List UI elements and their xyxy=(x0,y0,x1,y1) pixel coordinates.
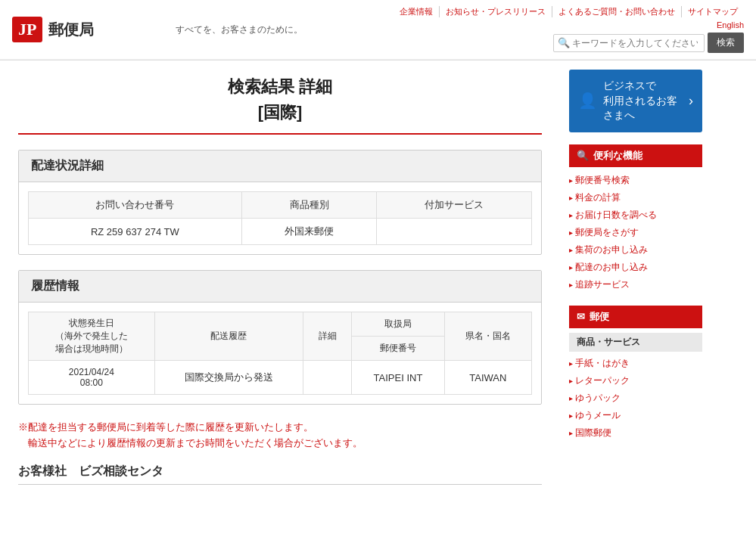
list-item: レターパック xyxy=(569,372,702,390)
main-layout: 検索結果 詳細 [国際] 配達状況詳細 お問い合わせ番号 商品種別 付加サービス xyxy=(0,61,756,503)
history-col-history: 配送履歴 xyxy=(154,312,303,361)
list-item: 追跡サービス xyxy=(569,276,702,293)
list-item: 手紙・はがき xyxy=(569,355,702,372)
sidebar-mail-subheader: 商品・サービス xyxy=(569,333,702,352)
search-input[interactable] xyxy=(553,34,705,52)
delivery-section: 配達状況詳細 お問い合わせ番号 商品種別 付加サービス RZ 259 637 2… xyxy=(18,150,542,255)
logo-jp-icon: JP xyxy=(12,17,42,42)
english-link[interactable]: English xyxy=(717,20,744,29)
sidebar-blue-banner[interactable]: 👤 ビジネスで 利用されるお客さまへ › xyxy=(569,70,702,132)
blue-banner-text: ビジネスで 利用されるお客さまへ xyxy=(603,79,683,123)
sidebar-feature-links: 郵便番号検索 料金の計算 お届け日数を調べる 郵便局をさがす 集荷のお申し込み … xyxy=(569,172,702,293)
delivery-col-product: 商品種別 xyxy=(241,192,377,219)
sidebar-mail-links: 手紙・はがき レターパック ゆうパック ゆうメール 国際郵便 xyxy=(569,355,702,442)
sidebar-link[interactable]: 集荷のお申し込み xyxy=(575,244,648,255)
sidebar-link[interactable]: 配達のお申し込み xyxy=(575,262,648,272)
list-item: ゆうメール xyxy=(569,407,702,424)
logo-area: JP 郵便局 xyxy=(12,17,163,42)
delivery-section-header: 配達状況詳細 xyxy=(19,151,541,182)
sidebar-feature-header: 🔍 便利な機能 xyxy=(569,144,702,167)
additional-service xyxy=(377,219,532,245)
sidebar-feature-section: 🔍 便利な機能 郵便番号検索 料金の計算 お届け日数を調べる 郵便局をさがす 集… xyxy=(569,144,702,293)
search-icon: 🔍 xyxy=(558,37,570,48)
product-type: 外国来郵便 xyxy=(241,219,377,245)
logo-text: 郵便局 xyxy=(48,20,94,40)
history-date: 2021/04/24 08:00 xyxy=(29,361,155,395)
nav-links: 企業情報 お知らせ・プレスリリース よくあるご質問・お問い合わせ サイトマップ xyxy=(394,6,744,17)
nav-sitemap[interactable]: サイトマップ xyxy=(682,6,744,17)
sidebar-link[interactable]: 郵便局をさがす xyxy=(575,227,639,237)
history-prefecture: TAIWAN xyxy=(444,361,531,395)
page-subtitle: [国際] xyxy=(18,101,542,124)
nav-news[interactable]: お知らせ・プレスリリース xyxy=(440,6,552,17)
nav-faq[interactable]: よくあるご質問・お問い合わせ xyxy=(552,6,682,17)
sidebar-link[interactable]: お届け日数を調べる xyxy=(575,210,657,220)
sidebar-link[interactable]: 手紙・はがき xyxy=(575,358,630,368)
history-col-date: 状態発生日 （海外で発生した 場合は現地時間） xyxy=(29,312,155,361)
sidebar-link[interactable]: 国際郵便 xyxy=(575,427,611,438)
list-item: 郵便番号検索 xyxy=(569,172,702,189)
table-row: 2021/04/24 08:00 国際交換局から発送 TAIPEI INT TA… xyxy=(29,361,532,395)
delivery-col-service: 付加サービス xyxy=(377,192,532,219)
delivery-table: お問い合わせ番号 商品種別 付加サービス RZ 259 637 274 TW 外… xyxy=(28,191,532,245)
search-area: 🔍 検索 xyxy=(553,33,744,53)
history-col-postal: 郵便番号 xyxy=(352,337,444,361)
delivery-col-tracking: お問い合わせ番号 xyxy=(29,192,242,219)
title-divider xyxy=(18,133,542,135)
tracking-number: RZ 259 637 274 TW xyxy=(29,219,242,245)
history-office: TAIPEI INT xyxy=(352,361,444,395)
list-item: 集荷のお申し込み xyxy=(569,241,702,259)
sidebar-mail-section: ✉ 郵便 商品・サービス 手紙・はがき レターパック ゆうパック ゆうメール 国… xyxy=(569,306,702,442)
sidebar-link[interactable]: 郵便番号検索 xyxy=(575,175,630,185)
sidebar-link[interactable]: 追跡サービス xyxy=(575,279,630,290)
list-item: 郵便局をさがす xyxy=(569,224,702,241)
nav-company[interactable]: 企業情報 xyxy=(394,6,440,17)
history-section-header: 履歴情報 xyxy=(19,271,541,303)
search-button[interactable]: 検索 xyxy=(708,33,744,53)
list-item: 国際郵便 xyxy=(569,424,702,442)
history-history: 国際交換局から発送 xyxy=(154,361,303,395)
history-col-detail: 詳細 xyxy=(303,312,352,361)
table-row: RZ 259 637 274 TW 外国来郵便 xyxy=(29,219,532,245)
person-icon: 👤 xyxy=(578,90,597,111)
history-table: 状態発生日 （海外で発生した 場合は現地時間） 配送履歴 詳細 取扱局 県名・国… xyxy=(28,312,532,395)
list-item: お届け日数を調べる xyxy=(569,206,702,224)
mail-icon: ✉ xyxy=(577,311,585,322)
history-col-office: 取扱局 xyxy=(352,312,444,337)
list-item: 配達のお申し込み xyxy=(569,259,702,276)
note-text: ※配達を担当する郵便局に到着等した際に履歴を更新いたします。 輸送中などにより履… xyxy=(18,420,542,452)
history-detail xyxy=(303,361,352,395)
sidebar-link[interactable]: ゆうパック xyxy=(575,393,621,403)
chevron-right-icon: › xyxy=(689,92,693,110)
search-icon: 🔍 xyxy=(577,150,589,161)
history-col-prefecture: 県名・国名 xyxy=(444,312,531,361)
header-top: JP 郵便局 すべてを、お客さまのために。 企業情報 お知らせ・プレスリリース … xyxy=(0,0,756,60)
page-title: 検索結果 詳細 xyxy=(18,76,542,98)
tagline: すべてを、お客さまのために。 xyxy=(176,23,394,36)
sidebar: 👤 ビジネスで 利用されるお客さまへ › 🔍 便利な機能 郵便番号検索 料金の計… xyxy=(560,61,711,503)
history-section: 履歴情報 状態発生日 （海外で発生した 場合は現地時間） 配送履歴 詳細 取扱局 xyxy=(18,270,542,405)
sidebar-mail-header: ✉ 郵便 xyxy=(569,306,702,328)
bottom-section-title: お客様社 ビズ相談センタ xyxy=(18,464,542,485)
sidebar-link[interactable]: 料金の計算 xyxy=(575,192,621,203)
list-item: ゆうパック xyxy=(569,390,702,407)
sidebar-link[interactable]: ゆうメール xyxy=(575,410,621,421)
header: JP 郵便局 すべてを、お客さまのために。 企業情報 お知らせ・プレスリリース … xyxy=(0,0,756,61)
sidebar-link[interactable]: レターパック xyxy=(575,375,630,386)
content-area: 検索結果 詳細 [国際] 配達状況詳細 お問い合わせ番号 商品種別 付加サービス xyxy=(0,61,560,503)
list-item: 料金の計算 xyxy=(569,189,702,206)
